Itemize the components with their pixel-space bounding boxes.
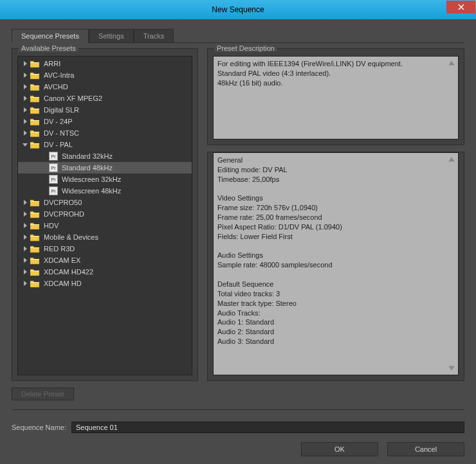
- details-line: Audio 1: Standard: [217, 317, 449, 327]
- tree-folder-label: DV - PAL: [44, 141, 73, 148]
- chevron-right-icon[interactable]: [22, 72, 28, 78]
- folder-icon: [30, 129, 40, 138]
- svg-marker-21: [24, 281, 27, 286]
- chevron-right-icon[interactable]: [22, 222, 28, 229]
- details-line: Sample rate: 48000 samples/second: [217, 260, 449, 270]
- details-line: Total video tracks: 3: [217, 289, 449, 299]
- close-icon: [458, 4, 464, 10]
- tree-folder[interactable]: XDCAM HD: [18, 278, 192, 289]
- folder-icon: [30, 60, 40, 68]
- folder-icon: [30, 71, 40, 80]
- tree-folder-label: HDV: [44, 222, 59, 229]
- details-line: Default Sequence: [217, 280, 449, 289]
- tab-tracks[interactable]: Tracks: [134, 29, 174, 42]
- folder-icon: [30, 106, 40, 114]
- folder-icon: [30, 233, 40, 242]
- preset-tree[interactable]: ARRIAVC-IntraAVCHDCanon XF MPEG2Digital …: [17, 56, 192, 375]
- chevron-down-icon[interactable]: [22, 141, 28, 148]
- details-line: Master track type: Stereo: [217, 299, 449, 308]
- desc-line: For editing with IEEE1394 (FireWire/i.LI…: [217, 59, 449, 69]
- chevron-right-icon[interactable]: [22, 245, 28, 252]
- chevron-right-icon[interactable]: [22, 84, 28, 90]
- folder-icon: [30, 256, 40, 265]
- cancel-button[interactable]: Cancel: [387, 442, 464, 456]
- folder-icon: [30, 94, 40, 103]
- chevron-right-icon[interactable]: [22, 211, 28, 217]
- tree-folder-label: RED R3D: [44, 245, 75, 253]
- tree-folder-label: AVCHD: [44, 83, 68, 91]
- folder-icon: [30, 141, 40, 149]
- folder-icon: [30, 280, 40, 288]
- tree-folder[interactable]: RED R3D: [18, 243, 192, 254]
- tree-folder[interactable]: HDV: [18, 220, 192, 231]
- tree-folder[interactable]: XDCAM EX: [18, 254, 192, 266]
- tree-folder-label: ARRI: [44, 60, 60, 67]
- tree-folder[interactable]: DVCPROHD: [18, 208, 192, 220]
- details-line: Frame size: 720h 576v (1,0940): [217, 203, 449, 213]
- tree-preset[interactable]: PrWidescreen 48kHz: [18, 185, 192, 197]
- available-presets-title: Available Presets: [19, 44, 78, 52]
- sequence-name-input[interactable]: [71, 422, 464, 433]
- tab-sequence-presets[interactable]: Sequence Presets: [12, 29, 89, 43]
- details-line: Audio 2: Standard: [217, 327, 449, 337]
- details-line: Pixel Aspect Ratio: D1/DV PAL (1.0940): [217, 222, 449, 232]
- chevron-right-icon[interactable]: [22, 257, 28, 263]
- tree-folder-label: XDCAM HD: [44, 280, 82, 287]
- tree-preset[interactable]: PrStandard 48kHz: [18, 162, 192, 174]
- tree-folder[interactable]: Mobile & Devices: [18, 231, 192, 243]
- svg-marker-24: [448, 366, 455, 370]
- tree-preset-label: Standard 48kHz: [62, 164, 113, 172]
- svg-marker-19: [24, 258, 27, 263]
- tree-preset[interactable]: PrWidescreen 32kHz: [18, 174, 192, 185]
- svg-marker-7: [24, 119, 27, 124]
- chevron-right-icon[interactable]: [22, 107, 28, 113]
- tree-folder-label: DV - 24P: [44, 118, 73, 125]
- tree-folder[interactable]: ARRI: [18, 58, 192, 69]
- tab-settings[interactable]: Settings: [89, 29, 134, 42]
- folder-icon: [30, 83, 40, 91]
- scroll-up-icon: [448, 156, 455, 163]
- svg-marker-23: [448, 157, 455, 161]
- tree-folder[interactable]: DV - NTSC: [18, 127, 192, 139]
- svg-marker-22: [448, 60, 455, 65]
- tree-folder[interactable]: XDCAM HD422: [18, 266, 192, 278]
- chevron-right-icon[interactable]: [22, 130, 28, 136]
- tree-folder[interactable]: Canon XF MPEG2: [18, 93, 192, 104]
- scroll-down-icon: [448, 364, 455, 372]
- tree-folder-label: Canon XF MPEG2: [44, 94, 102, 102]
- desc-line: Standard PAL video (4:3 interlaced).: [217, 69, 449, 78]
- tree-preset[interactable]: PrStandard 32kHz: [18, 150, 192, 162]
- chevron-right-icon[interactable]: [22, 95, 28, 102]
- details-line: General: [217, 156, 449, 165]
- chevron-right-icon[interactable]: [22, 234, 28, 240]
- svg-marker-15: [24, 211, 27, 217]
- tree-folder-label: AVC-Intra: [44, 71, 74, 79]
- chevron-right-icon[interactable]: [22, 269, 28, 275]
- tree-folder[interactable]: DVCPRO50: [18, 197, 192, 208]
- details-line: Audio Settings: [217, 251, 449, 260]
- chevron-right-icon[interactable]: [22, 60, 28, 67]
- ok-button[interactable]: OK: [301, 442, 378, 456]
- svg-marker-14: [24, 200, 27, 205]
- preset-icon: Pr: [49, 163, 58, 172]
- tree-folder-label: DVCPROHD: [44, 210, 84, 218]
- svg-marker-20: [24, 269, 27, 274]
- tree-folder[interactable]: AVC-Intra: [18, 69, 192, 81]
- preset-icon: Pr: [49, 152, 58, 161]
- tree-folder-label: DVCPRO50: [44, 199, 82, 206]
- tree-folder[interactable]: DV - PAL: [18, 139, 192, 150]
- tree-folder-label: Digital SLR: [44, 106, 79, 114]
- chevron-right-icon[interactable]: [22, 199, 28, 206]
- svg-marker-6: [24, 107, 27, 112]
- tree-folder[interactable]: AVCHD: [18, 81, 192, 93]
- scroll-up-icon: [448, 59, 455, 67]
- tree-folder[interactable]: Digital SLR: [18, 104, 192, 116]
- tree-folder[interactable]: DV - 24P: [18, 116, 192, 127]
- chevron-right-icon[interactable]: [22, 280, 28, 287]
- svg-marker-4: [24, 84, 27, 89]
- delete-preset-button[interactable]: Delete Preset: [12, 388, 74, 400]
- close-button[interactable]: [446, 1, 475, 13]
- tree-folder-label: XDCAM HD422: [44, 268, 93, 276]
- svg-marker-17: [24, 235, 27, 240]
- chevron-right-icon[interactable]: [22, 118, 28, 125]
